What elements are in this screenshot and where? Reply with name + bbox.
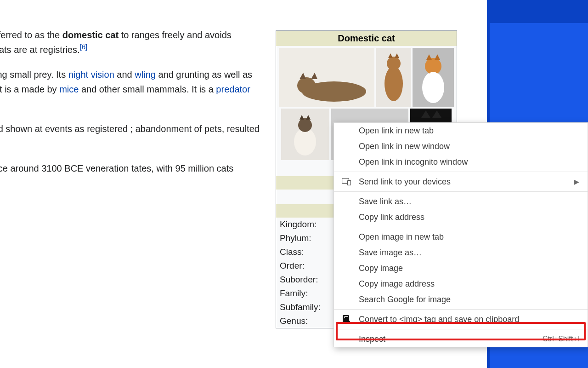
- link-night-vision[interactable]: night vision: [68, 69, 114, 80]
- ctx-send-to-devices[interactable]: Send link to your devices ▶: [334, 174, 588, 190]
- ctx-copy-image-address[interactable]: Copy image address: [334, 276, 588, 292]
- text: Domestic cats are at registries.: [0, 45, 80, 55]
- taxon-label: Kingdom:: [280, 219, 335, 230]
- ctx-label: Open link in new tab: [359, 126, 434, 136]
- taxon-label: Phylum:: [280, 233, 335, 243]
- ctx-save-link-as[interactable]: Save link as…: [334, 194, 588, 209]
- article-paragraph-1: family Felidae and is often referred to …: [0, 28, 262, 57]
- taxon-label: Class:: [280, 247, 335, 257]
- article-body: family Felidae and is often referred to …: [0, 28, 262, 201]
- ctx-label: Open link in incognito window: [359, 157, 468, 167]
- link-mice[interactable]: mice: [59, 84, 79, 94]
- svg-point-5: [387, 57, 401, 70]
- ctx-open-image-new-tab[interactable]: Open image in new tab: [334, 229, 588, 245]
- ctx-copy-link-address[interactable]: Copy link address: [334, 209, 588, 225]
- taxon-label: Family:: [280, 288, 335, 299]
- infobox-image-3[interactable]: [413, 48, 454, 107]
- svg-rect-16: [348, 181, 351, 185]
- ctx-label: Copy image address: [359, 279, 435, 289]
- ctx-separator: [334, 172, 588, 172]
- ctx-separator: [334, 191, 588, 192]
- ctx-label: Copy image: [359, 264, 403, 273]
- ctx-save-image-as[interactable]: Save image as…: [334, 245, 588, 260]
- context-menu: Open link in new tab Open link in new wi…: [334, 122, 588, 347]
- extension-icon: [341, 314, 351, 324]
- text: and is often referred to as the: [0, 30, 62, 40]
- ctx-label: Send link to your devices: [359, 177, 451, 187]
- infobox-title: Domestic cat: [276, 31, 457, 46]
- link-predator[interactable]: predator: [216, 84, 250, 94]
- ctx-label: Open link in new window: [359, 142, 450, 151]
- taxon-label: Genus:: [280, 316, 335, 326]
- infobox-image-1[interactable]: [279, 48, 374, 107]
- text: adapted to killing small prey. Its: [0, 69, 68, 80]
- ctx-label: Save link as…: [359, 197, 412, 207]
- text: and grunting as well as: [158, 69, 252, 80]
- devices-icon: [341, 177, 351, 187]
- ctx-label: Save image as…: [359, 248, 422, 258]
- svg-point-9: [427, 72, 440, 88]
- text: and other small mammals. It is a: [81, 84, 216, 94]
- ctx-open-link-incognito[interactable]: Open link in incognito window: [334, 154, 588, 170]
- ctx-label: Open image in new tab: [359, 232, 444, 242]
- article-paragraph-4: ated in ancient Egypt , as since around …: [0, 161, 262, 190]
- link-growling[interactable]: wling: [135, 69, 156, 80]
- ctx-separator: [334, 329, 588, 329]
- reference-6[interactable]: [6]: [80, 43, 88, 51]
- taxon-label: Subfamily:: [280, 302, 335, 312]
- taxon-label: Suborder:: [280, 275, 335, 285]
- article-paragraph-3: [9] Domestic cats are bred and shown at …: [0, 121, 262, 151]
- svg-point-12: [298, 118, 312, 132]
- submenu-arrow-icon: ▶: [574, 178, 579, 185]
- text: , as since around 3100 BCE veneration ta…: [0, 163, 233, 188]
- ctx-search-google-image[interactable]: Search Google for image: [334, 292, 588, 307]
- ctx-label: Convert to <img> tag and save on clipboa…: [359, 315, 519, 324]
- ctx-shortcut: Ctrl+Shift+I: [543, 335, 579, 343]
- ctx-copy-image[interactable]: Copy image: [334, 260, 588, 276]
- ctx-label: Copy link address: [359, 213, 424, 222]
- infobox-image-4[interactable]: [281, 109, 329, 160]
- text: and: [117, 69, 135, 80]
- ctx-extension-convert-img-tag[interactable]: Convert to <img> tag and save on clipboa…: [334, 311, 588, 327]
- ctx-inspect[interactable]: Inspect Ctrl+Shift+I: [334, 331, 588, 347]
- article-paragraph-2: actable claws adapted to killing small p…: [0, 67, 262, 111]
- text: . It is a made by: [0, 84, 59, 94]
- ctx-separator: [334, 309, 588, 310]
- svg-point-2: [297, 77, 316, 94]
- bold-domestic-cat: domestic cat: [62, 30, 119, 40]
- ctx-label: Inspect: [359, 334, 385, 344]
- ctx-open-link-new-tab[interactable]: Open link in new tab: [334, 123, 588, 138]
- svg-point-4: [384, 66, 403, 101]
- text: Domestic cats are bred and shown at even…: [0, 124, 260, 149]
- ctx-separator: [334, 227, 588, 227]
- infobox-image-2[interactable]: [376, 48, 411, 107]
- ctx-open-link-new-window[interactable]: Open link in new window: [334, 138, 588, 154]
- taxon-label: Order:: [280, 261, 335, 271]
- ctx-label: Search Google for image: [359, 295, 451, 305]
